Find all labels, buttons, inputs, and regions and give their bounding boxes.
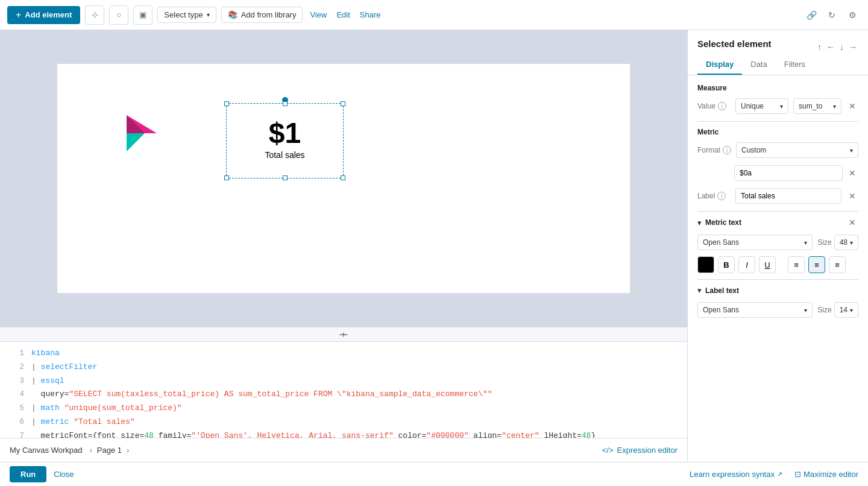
collapse-bar[interactable] [0,327,687,341]
label-text-header: ▾ Label text [697,286,858,295]
metric-font-row: Open Sans ▾ Size 48 ▾ [697,235,858,250]
label-font-select[interactable]: Open Sans ▾ [697,302,813,318]
label-info-icon[interactable]: i [717,192,726,200]
select-type-button[interactable]: Select type ▾ [157,7,216,23]
metric-text-header: ▾ Metric text ✕ [697,218,858,227]
image-icon-button[interactable]: ▣ [133,5,153,25]
panel-body: Measure Value i Unique ▾ sum_to ▾ ✕ Metr… [688,75,868,486]
label-input[interactable] [735,188,841,204]
label-size-chevron: ▾ [850,307,853,314]
format-select[interactable]: Custom ▾ [736,142,858,158]
code-line: 3 | essql [0,374,687,388]
label-text-collapse[interactable]: ▾ Label text [697,286,739,295]
add-from-library-button[interactable]: 📚 Add from library [221,7,303,23]
prev-page-button[interactable]: ‹ [89,446,92,455]
metric-value: $1 [265,119,304,148]
workpad-label: My Canvas Workpad [10,446,82,455]
value-remove-button[interactable]: ✕ [846,101,858,111]
add-element-button[interactable]: + Add element [7,6,80,24]
panel-nav-down[interactable]: ↓ [838,41,845,53]
refresh-icon: ↻ [828,10,835,20]
main-layout: $1 Total sales 1 kibana 2 | selectFilt [0,30,868,486]
panel-nav-up[interactable]: ↑ [816,41,823,53]
page-label: Page 1 [97,446,122,455]
value-field-label: Value i [697,102,731,110]
tab-data[interactable]: Data [742,55,775,75]
metric-size-chevron: ▾ [850,239,853,246]
value-info-icon[interactable]: i [718,102,726,110]
kibana-logo [124,112,160,154]
next-page-button[interactable]: › [127,446,129,455]
metric-section-title: Metric [697,128,858,136]
format-input-row: ✕ [697,165,858,181]
code-icon: </> [602,446,614,455]
cursor-icon: ⊹ [92,10,98,19]
canvas-element-selected[interactable]: $1 Total sales [226,100,344,178]
metric-format-row: B I U ≡ ≡ ≡ [697,256,858,273]
handle-bottom-mid[interactable] [283,175,288,180]
label-remove-button[interactable]: ✕ [846,191,858,201]
align-center-button[interactable]: ≡ [808,256,825,273]
canvas-area: $1 Total sales 1 kibana 2 | selectFilt [0,30,687,486]
align-left-button[interactable]: ≡ [788,256,805,273]
code-line: 5 | math "unique(sum_total_price)" [0,402,687,415]
handle-top-mid[interactable] [283,101,288,106]
value-select[interactable]: Unique ▾ [735,98,788,114]
run-button[interactable]: Run [10,466,46,482]
code-line: 2 | selectFilter [0,361,687,374]
handle-top-left[interactable] [224,101,229,106]
metric-text-collapse[interactable]: ▾ Metric text [697,218,741,227]
metric-label: Total sales [265,150,304,160]
handle-top-right[interactable] [341,101,345,106]
svg-marker-2 [127,115,145,133]
canvas-footer: My Canvas Workpad ‹ Page 1 › </> Express… [0,438,687,462]
label-collapse-chevron: ▾ [697,286,702,295]
metric-display: $1 Total sales [265,119,304,160]
value-field-row: Value i Unique ▾ sum_to ▾ ✕ [697,98,858,114]
expression-editor-link[interactable]: </> Expression editor [602,446,678,455]
handle-bottom-right[interactable] [341,175,345,180]
divider-2 [697,211,858,212]
label-size-select[interactable]: 14 ▾ [834,302,858,318]
metric-size-select[interactable]: 48 ▾ [834,235,858,250]
value-field-chevron: ▾ [833,103,836,110]
canvas-viewport[interactable]: $1 Total sales [0,30,687,327]
panel-nav-right[interactable]: → [848,41,858,53]
tab-filters[interactable]: Filters [776,55,814,75]
format-info-icon[interactable]: i [723,146,731,154]
edit-button[interactable]: Edit [334,7,352,22]
circle-icon: ○ [116,10,121,19]
metric-color-swatch[interactable] [697,256,714,273]
plus-icon: + [16,10,21,21]
divider-1 [697,121,858,122]
panel-nav-left[interactable]: ← [825,41,836,53]
format-field-label: Format i [697,146,731,154]
shape-icon-button[interactable]: ○ [109,5,128,25]
refresh-icon-button[interactable]: ↻ [823,7,840,24]
format-remove-button[interactable]: ✕ [846,168,858,178]
toolbar-right-icons: 🔗 ↻ ⚙ [803,7,861,24]
divider-3 [697,279,858,280]
canvas-page: $1 Total sales [57,64,630,293]
italic-button[interactable]: I [738,256,755,273]
underline-button[interactable]: U [759,256,776,273]
share-button[interactable]: Share [357,7,383,22]
select-icon-button[interactable]: ⊹ [85,5,104,25]
metric-font-select[interactable]: Open Sans ▾ [697,235,813,250]
handle-bottom-left[interactable] [224,175,229,180]
link-icon-button[interactable]: 🔗 [803,7,820,24]
metric-size-control: Size 48 ▾ [817,235,858,250]
tab-display[interactable]: Display [697,55,742,75]
settings-icon-button[interactable]: ⚙ [844,7,861,24]
close-button[interactable]: Close [54,470,74,479]
format-input[interactable] [734,165,843,181]
align-right-button[interactable]: ≡ [829,256,846,273]
collapse-chevron-icon: ▾ [697,218,702,227]
bottom-bar: Run Close Learn expression syntax ↗ ⊡ Ma… [0,462,687,486]
bold-button[interactable]: B [718,256,735,273]
view-button[interactable]: View [307,7,329,22]
code-line: 1 kibana [0,347,687,361]
value-field-select[interactable]: sum_to ▾ [793,98,841,114]
metric-text-remove-button[interactable]: ✕ [846,218,858,227]
metric-font-chevron: ▾ [804,239,807,246]
